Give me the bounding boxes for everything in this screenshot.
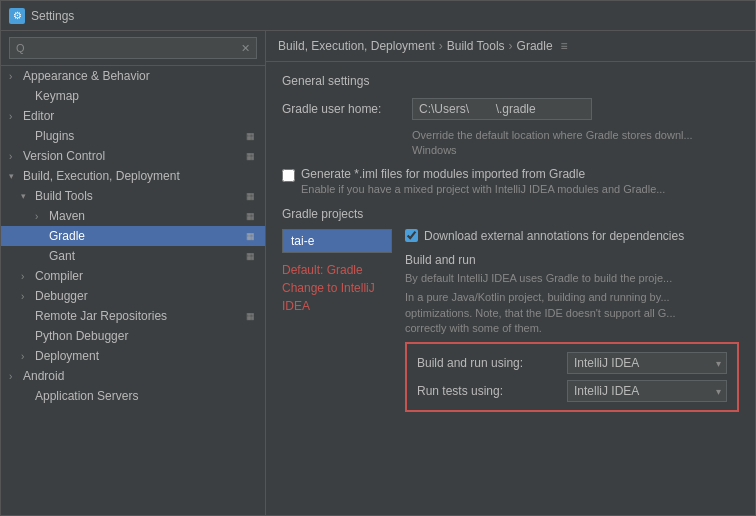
generate-iml-row: Generate *.iml files for modules importe…	[282, 167, 739, 195]
sidebar-item-app-servers[interactable]: Application Servers	[1, 386, 265, 406]
run-tests-label: Run tests using:	[417, 384, 567, 398]
sidebar-item-label: Python Debugger	[35, 329, 257, 343]
window-icon: ⚙	[9, 8, 25, 24]
sidebar-item-gradle[interactable]: Gradle ▦	[1, 226, 265, 246]
sidebar-item-gant[interactable]: Gant ▦	[1, 246, 265, 266]
settings-window: ⚙ Settings Q ✕ › Appearance & Behavior	[0, 0, 756, 516]
project-list: tai-e	[282, 229, 392, 253]
sidebar-item-label: Gradle	[49, 229, 243, 243]
search-icon: Q	[16, 42, 25, 54]
red-annotation: Default: Gradle Change to IntelliJ IDEA	[282, 261, 393, 315]
gradle-home-row: Gradle user home:	[282, 98, 739, 120]
sidebar-item-version-control[interactable]: › Version Control ▦	[1, 146, 265, 166]
grid-icon: ▦	[243, 209, 257, 223]
sidebar-item-label: Application Servers	[35, 389, 257, 403]
generate-iml-help: Enable if you have a mixed project with …	[301, 183, 665, 195]
sidebar-item-android[interactable]: › Android	[1, 366, 265, 386]
search-clear-icon[interactable]: ✕	[241, 42, 250, 55]
sidebar-item-compiler[interactable]: › Compiler	[1, 266, 265, 286]
window-title: Settings	[31, 9, 74, 23]
grid-icon: ▦	[243, 129, 257, 143]
build-and-run-row: Build and run using: IntelliJ IDEA Gradl…	[417, 352, 727, 374]
arrow-icon: ›	[21, 351, 35, 362]
gradle-home-help: Override the default location where Grad…	[412, 128, 739, 159]
build-run-section: Build and run By default IntelliJ IDEA u…	[405, 253, 739, 413]
run-tests-row: Run tests using: IntelliJ IDEA Gradle ▾	[417, 380, 727, 402]
build-and-run-label: Build and run using:	[417, 356, 567, 370]
sidebar-item-label: Remote Jar Repositories	[35, 309, 243, 323]
arrow-icon: ›	[9, 151, 23, 162]
generate-iml-labels: Generate *.iml files for modules importe…	[301, 167, 665, 195]
content-panel: Build, Execution, Deployment › Build Too…	[266, 31, 755, 515]
build-and-run-select[interactable]: IntelliJ IDEA Gradle	[567, 352, 727, 374]
sidebar: Q ✕ › Appearance & Behavior Keymap	[1, 31, 266, 515]
gradle-projects-section: Gradle projects tai-e Default: Gradle Ch…	[282, 207, 739, 413]
grid-icon: ▦	[243, 189, 257, 203]
sidebar-item-plugins[interactable]: Plugins ▦	[1, 126, 265, 146]
red-text-line2: Change to IntelliJ IDEA	[282, 279, 393, 315]
main-content: Q ✕ › Appearance & Behavior Keymap	[1, 31, 755, 515]
sidebar-item-keymap[interactable]: Keymap	[1, 86, 265, 106]
download-annotations-checkbox[interactable]	[405, 229, 418, 242]
sidebar-item-label: Keymap	[35, 89, 257, 103]
sidebar-item-label: Compiler	[35, 269, 257, 283]
sidebar-item-label: Deployment	[35, 349, 257, 363]
run-tests-select-wrapper: IntelliJ IDEA Gradle ▾	[567, 380, 727, 402]
generate-iml-label: Generate *.iml files for modules importe…	[301, 167, 665, 181]
title-bar: ⚙ Settings	[1, 1, 755, 31]
build-run-desc2: In a pure Java/Kotlin project, building …	[405, 290, 739, 336]
sidebar-item-build-tools[interactable]: ▾ Build Tools ▦	[1, 186, 265, 206]
breadcrumb-part-2: Build Tools	[447, 39, 505, 53]
arrow-icon: ›	[9, 111, 23, 122]
grid-icon: ▦	[243, 229, 257, 243]
breadcrumb-settings-icon: ≡	[561, 39, 568, 53]
sidebar-item-label: Android	[23, 369, 257, 383]
sidebar-item-deployment[interactable]: › Deployment	[1, 346, 265, 366]
arrow-icon: ›	[35, 211, 49, 222]
search-input[interactable]	[29, 41, 241, 55]
general-settings-section: General settings Gradle user home: Overr…	[282, 74, 739, 195]
project-list-item[interactable]: tai-e	[283, 230, 391, 252]
arrow-icon: ▾	[21, 191, 35, 201]
grid-icon: ▦	[243, 149, 257, 163]
generate-iml-checkbox[interactable]	[282, 169, 295, 182]
arrow-icon: ▾	[9, 171, 23, 181]
run-tests-select[interactable]: IntelliJ IDEA Gradle	[567, 380, 727, 402]
breadcrumb-part-3: Gradle	[517, 39, 553, 53]
sidebar-item-appearance[interactable]: › Appearance & Behavior	[1, 66, 265, 86]
sidebar-item-label: Debugger	[35, 289, 257, 303]
general-settings-title: General settings	[282, 74, 739, 88]
build-and-run-select-wrapper: IntelliJ IDEA Gradle ▾	[567, 352, 727, 374]
build-run-highlighted: Build and run using: IntelliJ IDEA Gradl…	[405, 342, 739, 412]
sidebar-nav: › Appearance & Behavior Keymap › Editor …	[1, 66, 265, 515]
sidebar-item-remote-jar[interactable]: Remote Jar Repositories ▦	[1, 306, 265, 326]
breadcrumb-part-1: Build, Execution, Deployment	[278, 39, 435, 53]
download-annotations-row: Download external annotations for depend…	[405, 229, 739, 243]
build-run-desc1: By default IntelliJ IDEA uses Gradle to …	[405, 271, 739, 286]
sidebar-item-editor[interactable]: › Editor	[1, 106, 265, 126]
breadcrumb-separator-1: ›	[439, 39, 443, 53]
sidebar-item-label: Gant	[49, 249, 243, 263]
sidebar-item-build-execution[interactable]: ▾ Build, Execution, Deployment	[1, 166, 265, 186]
search-wrapper[interactable]: Q ✕	[9, 37, 257, 59]
red-text-line1: Default: Gradle	[282, 261, 393, 279]
gradle-home-input[interactable]	[412, 98, 592, 120]
gradle-home-label: Gradle user home:	[282, 102, 412, 116]
sidebar-item-label: Appearance & Behavior	[23, 69, 257, 83]
sidebar-item-label: Build Tools	[35, 189, 243, 203]
project-list-col: tai-e Default: Gradle Change to IntelliJ…	[282, 229, 393, 413]
sidebar-item-debugger[interactable]: › Debugger	[1, 286, 265, 306]
sidebar-item-label: Maven	[49, 209, 243, 223]
arrow-icon: ›	[21, 271, 35, 282]
sidebar-item-label: Editor	[23, 109, 257, 123]
sidebar-item-maven[interactable]: › Maven ▦	[1, 206, 265, 226]
content-body: General settings Gradle user home: Overr…	[266, 62, 755, 515]
arrow-icon: ›	[21, 291, 35, 302]
sidebar-item-python-debugger[interactable]: Python Debugger	[1, 326, 265, 346]
grid-icon: ▦	[243, 249, 257, 263]
breadcrumb-separator-2: ›	[509, 39, 513, 53]
build-run-title: Build and run	[405, 253, 739, 267]
arrow-icon: ›	[9, 371, 23, 382]
sidebar-item-label: Version Control	[23, 149, 243, 163]
sidebar-item-label: Build, Execution, Deployment	[23, 169, 257, 183]
